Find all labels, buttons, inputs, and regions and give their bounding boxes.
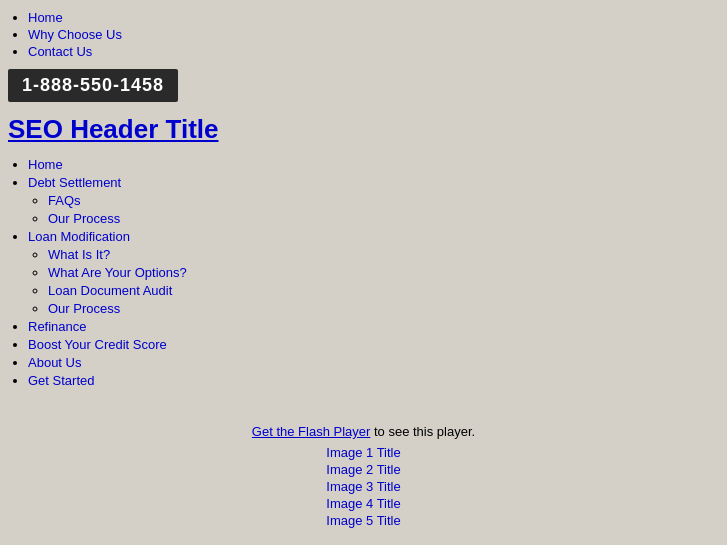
- main-nav-link[interactable]: Refinance: [28, 319, 87, 334]
- flash-section: Get the Flash Player to see this player.…: [8, 404, 719, 545]
- top-nav-item: Home: [28, 10, 719, 25]
- seo-header-title: SEO Header Title: [8, 114, 719, 145]
- sub-nav-item: Our Process: [48, 211, 719, 226]
- sub-nav-link[interactable]: Our Process: [48, 301, 120, 316]
- main-nav-link[interactable]: Boost Your Credit Score: [28, 337, 167, 352]
- main-nav-link[interactable]: Get Started: [28, 373, 94, 388]
- main-container: HomeWhy Choose UsContact Us 1-888-550-14…: [0, 0, 727, 545]
- top-nav-item: Contact Us: [28, 44, 719, 59]
- image-title-link[interactable]: Image 5 Title: [326, 513, 400, 528]
- flash-player-link[interactable]: Get the Flash Player: [252, 424, 371, 439]
- top-nav: HomeWhy Choose UsContact Us: [8, 10, 719, 59]
- top-nav-item: Why Choose Us: [28, 27, 719, 42]
- main-nav-link[interactable]: About Us: [28, 355, 81, 370]
- sub-nav-item: FAQs: [48, 193, 719, 208]
- main-nav-link[interactable]: Home: [28, 157, 63, 172]
- sub-nav-link[interactable]: What Is It?: [48, 247, 110, 262]
- sub-nav-item: Loan Document Audit: [48, 283, 719, 298]
- image-title-link[interactable]: Image 1 Title: [326, 445, 400, 460]
- top-nav-link[interactable]: Why Choose Us: [28, 27, 122, 42]
- main-nav-item: Boost Your Credit Score: [28, 337, 719, 352]
- main-nav-item: Debt SettlementFAQsOur Process: [28, 175, 719, 226]
- sub-nav-list: What Is It?What Are Your Options?Loan Do…: [28, 247, 719, 316]
- flash-text-suffix: to see this player.: [374, 424, 475, 439]
- sub-nav-list: FAQsOur Process: [28, 193, 719, 226]
- sub-nav-item: What Are Your Options?: [48, 265, 719, 280]
- main-nav: HomeDebt SettlementFAQsOur ProcessLoan M…: [8, 157, 719, 388]
- sub-nav-link[interactable]: Our Process: [48, 211, 120, 226]
- main-nav-link[interactable]: Debt Settlement: [28, 175, 121, 190]
- sub-nav-item: Our Process: [48, 301, 719, 316]
- main-nav-link[interactable]: Loan Modification: [28, 229, 130, 244]
- sub-nav-link[interactable]: What Are Your Options?: [48, 265, 187, 280]
- top-nav-link[interactable]: Contact Us: [28, 44, 92, 59]
- phone-badge: 1-888-550-1458: [8, 69, 178, 102]
- main-nav-item: Home: [28, 157, 719, 172]
- sub-nav-item: What Is It?: [48, 247, 719, 262]
- flash-text: Get the Flash Player to see this player.: [8, 424, 719, 439]
- main-nav-item: Refinance: [28, 319, 719, 334]
- image-title-link[interactable]: Image 2 Title: [326, 462, 400, 477]
- sub-nav-link[interactable]: Loan Document Audit: [48, 283, 172, 298]
- main-nav-item: Loan ModificationWhat Is It?What Are You…: [28, 229, 719, 316]
- main-nav-item: Get Started: [28, 373, 719, 388]
- image-title-link[interactable]: Image 3 Title: [326, 479, 400, 494]
- image-links: Image 1 TitleImage 2 TitleImage 3 TitleI…: [8, 445, 719, 528]
- sub-nav-link[interactable]: FAQs: [48, 193, 81, 208]
- main-nav-item: About Us: [28, 355, 719, 370]
- top-nav-link[interactable]: Home: [28, 10, 63, 25]
- image-title-link[interactable]: Image 4 Title: [326, 496, 400, 511]
